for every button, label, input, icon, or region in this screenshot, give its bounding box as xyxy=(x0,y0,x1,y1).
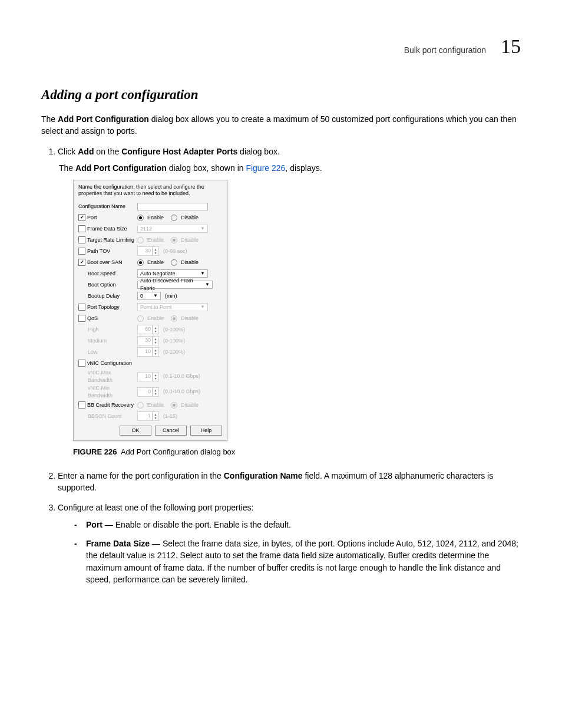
intro-paragraph: The Add Port Configuration dialog box al… xyxy=(41,113,521,137)
tov-spin[interactable]: ▲▼ xyxy=(137,246,159,256)
chevron-down-icon: ▼ xyxy=(200,226,205,231)
cancel-button[interactable]: Cancel xyxy=(155,426,187,436)
chevron-down-icon: ▼ xyxy=(200,305,205,309)
row-bopt: Boot Option Auto Discovered From Fabric▼ xyxy=(78,279,222,291)
dialog-hint: Name the configuration, then select and … xyxy=(78,184,222,197)
radio-bb-disable[interactable] xyxy=(171,402,177,409)
bullet-fds: Frame Data Size — Select the frame data … xyxy=(74,538,521,585)
figure-caption: FIGURE 226 Add Port Configuration dialog… xyxy=(73,447,521,458)
page-header: Bulk port configuration 15 xyxy=(41,35,521,58)
row-ptop: Port Topology Point to Point▼ xyxy=(78,302,222,313)
body: Adding a port configuration The Add Port… xyxy=(41,87,521,585)
bbcnt-spin[interactable]: ▲▼ xyxy=(137,411,159,421)
ok-button[interactable]: OK xyxy=(120,426,151,436)
qos-med-spin[interactable]: ▲▼ xyxy=(137,336,159,345)
config-name-input[interactable] xyxy=(137,203,208,210)
row-bbcnt: BBSCN Count ▲▼ (1-15) xyxy=(78,411,222,422)
radio-trl-disable[interactable] xyxy=(171,237,177,243)
vmax-spin[interactable]: ▲▼ xyxy=(137,372,159,381)
step-1: Click Add on the Configure Host Adapter … xyxy=(58,146,521,458)
add-port-config-dialog: Name the configuration, then select and … xyxy=(73,180,227,441)
radio-qos-enable[interactable] xyxy=(137,315,144,322)
bullet-port: Port — Enable or disable the port. Enabl… xyxy=(74,519,521,531)
property-bullets: Port — Enable or disable the port. Enabl… xyxy=(74,519,521,585)
bdelay-combo[interactable]: 0▼ xyxy=(137,292,161,300)
cb-qos[interactable] xyxy=(78,315,85,322)
row-qos-low: Low ▲▼ (0-100%) xyxy=(78,347,222,358)
radio-bos-disable[interactable] xyxy=(171,259,177,266)
bopt-combo[interactable]: Auto Discovered From Fabric▼ xyxy=(137,281,213,289)
cb-port[interactable]: ✔ xyxy=(78,214,85,221)
ptop-combo[interactable]: Point to Point▼ xyxy=(137,303,208,311)
row-vmin: vNIC Min Bandwidth ▲▼ (0.0-10.0 Gbps) xyxy=(78,384,222,400)
chevron-down-icon: ▼ xyxy=(200,271,205,276)
row-vnic: vNIC Configuration xyxy=(78,358,222,369)
cb-ptop[interactable] xyxy=(78,304,85,311)
row-qos: QoS Enable Disable xyxy=(78,313,222,324)
row-bb: BB Credit Recovery Enable Disable xyxy=(78,400,222,411)
row-bos: ✔Boot over SAN Enable Disable xyxy=(78,257,222,268)
vmin-spin[interactable]: ▲▼ xyxy=(137,387,159,397)
row-fds: Frame Data Size 2112▼ xyxy=(78,223,222,235)
step-1-sub: The Add Port Configuration dialog box, s… xyxy=(59,162,521,174)
radio-port-enable[interactable] xyxy=(137,215,144,221)
chevron-down-icon: ▼ xyxy=(205,282,210,287)
row-trl: Target Rate Limiting Enable Disable xyxy=(78,235,222,246)
radio-bb-enable[interactable] xyxy=(137,402,144,409)
cb-fds[interactable] xyxy=(78,225,85,232)
section-title: Adding a port configuration xyxy=(41,87,521,103)
radio-bos-enable[interactable] xyxy=(137,259,144,266)
radio-trl-enable[interactable] xyxy=(137,237,144,243)
dialog-button-row: OK Cancel Help xyxy=(78,426,222,436)
cb-trl[interactable] xyxy=(78,236,85,243)
radio-qos-disable[interactable] xyxy=(171,315,177,322)
chevron-down-icon: ▼ xyxy=(153,294,158,298)
cb-bos[interactable]: ✔ xyxy=(78,259,85,266)
row-tov: Path TOV ▲▼ (0-60 sec) xyxy=(78,246,222,257)
lbl-config-name: Configuration Name xyxy=(78,203,135,210)
steps-list: Click Add on the Configure Host Adapter … xyxy=(41,146,521,586)
qos-high-spin[interactable]: ▲▼ xyxy=(137,325,159,334)
bspeed-combo[interactable]: Auto Negotiate▼ xyxy=(137,269,208,278)
step-3: Configure at least one of the following … xyxy=(58,502,521,585)
row-qos-medium: Medium ▲▼ (0-100%) xyxy=(78,335,222,347)
radio-port-disable[interactable] xyxy=(171,215,177,221)
help-button[interactable]: Help xyxy=(190,426,222,436)
row-port: ✔Port Enable Disable xyxy=(78,212,222,223)
header-crumb: Bulk port configuration xyxy=(404,45,486,55)
fds-combo[interactable]: 2112▼ xyxy=(137,225,208,233)
qos-low-spin[interactable]: ▲▼ xyxy=(137,347,159,357)
row-qos-high: High ▲▼ (0-100%) xyxy=(78,324,222,335)
step-2: Enter a name for the port configuration … xyxy=(58,470,521,494)
figure-link[interactable]: Figure 226 xyxy=(246,163,285,173)
cb-vnic[interactable] xyxy=(78,360,85,367)
row-config-name: Configuration Name xyxy=(78,201,222,212)
cb-bb[interactable] xyxy=(78,401,85,409)
chapter-number: 15 xyxy=(501,35,521,58)
cb-tov[interactable] xyxy=(78,248,85,255)
page: Bulk port configuration 15 Adding a port… xyxy=(0,0,562,728)
row-vmax: vNIC Max Bandwidth ▲▼ (0.1-10.0 Gbps) xyxy=(78,369,222,384)
